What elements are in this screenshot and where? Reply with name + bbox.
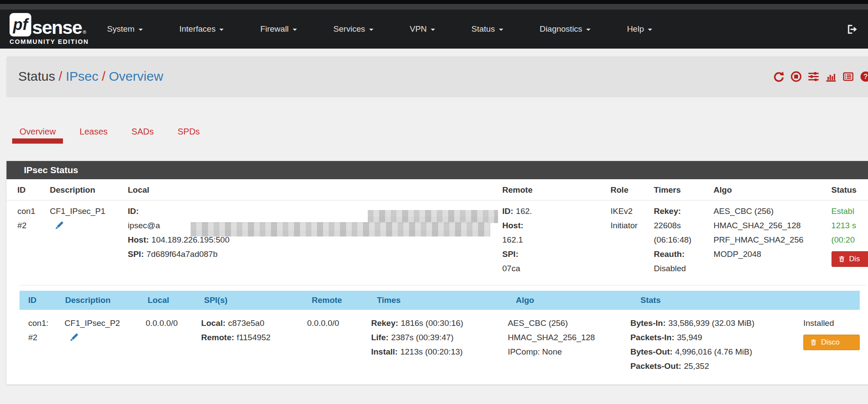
col-header-local: Local (128, 185, 502, 195)
main-navbar: pf sense ® COMMUNITY EDITION System Inte… (0, 10, 868, 49)
edit-pencil-icon[interactable] (68, 332, 79, 343)
edit-pencil-icon[interactable] (53, 220, 65, 231)
cell-algo: AES_CBC (256) HMAC_SHA2_256_128 IPComp: … (508, 316, 630, 373)
chevron-down-icon (499, 29, 503, 31)
cell-timers: Rekey: 22608s (06:16:48) Reauth: Disable… (654, 204, 714, 276)
cell-description: CF1_IPsec_P2 (65, 316, 146, 373)
breadcrumb-section: Status (18, 69, 55, 83)
window-sub-strip (0, 4, 868, 10)
panel-title: IPsec Status (7, 161, 868, 179)
chevron-down-icon (586, 29, 591, 31)
col-header-algo: Algo (713, 185, 825, 195)
trash-icon (810, 338, 817, 346)
breadcrumb-separator: / (102, 69, 105, 83)
phase2-table-row: con1: #2 CF1_IPsec_P2 0.0.0.0/0 Local:c8… (20, 310, 860, 373)
nav-item-services[interactable]: Services (315, 10, 392, 49)
breadcrumb-link-overview[interactable]: Overview (109, 69, 163, 83)
col-header-id: ID (17, 185, 50, 195)
logo-subtitle: COMMUNITY EDITION (10, 38, 89, 45)
header-action-icons: ? (773, 71, 868, 82)
nav-item-interfaces[interactable]: Interfaces (161, 10, 242, 49)
tab-leases[interactable]: Leases (79, 127, 108, 144)
pf-logo-mark: pf (10, 13, 31, 36)
col-header-local: Local (148, 296, 204, 305)
sliders-icon[interactable] (808, 71, 819, 82)
tab-sads[interactable]: SADs (132, 127, 154, 144)
nav-item-system[interactable]: System (89, 10, 161, 49)
chevron-down-icon (648, 29, 652, 31)
status-established: Establ (832, 204, 868, 218)
help-icon[interactable]: ? (860, 71, 868, 82)
tab-spds[interactable]: SPDs (178, 127, 200, 144)
nav-item-firewall[interactable]: Firewall (242, 10, 315, 49)
ipsec-status-panel: IPsec Status ID Description Local Remote… (7, 161, 868, 384)
col-header-role: Role (611, 185, 654, 195)
refresh-icon[interactable] (773, 71, 785, 82)
nav-menu: System Interfaces Firewall Services VPN … (89, 10, 670, 49)
chevron-down-icon (219, 29, 224, 31)
nav-item-vpn[interactable]: VPN (392, 10, 453, 49)
phase1-table-row: con1 #2 CF1_IPsec_P1 ID: ipsec@a Host:10… (7, 200, 868, 285)
cell-id: con1: #2 (28, 316, 65, 373)
cell-times: Rekey:1816s (00:30:16) Life:2387s (00:39… (371, 316, 508, 373)
chevron-down-icon (139, 29, 143, 31)
col-header-description: Description (65, 296, 148, 305)
chevron-down-icon (369, 29, 373, 31)
window-top-strip (0, 0, 868, 4)
sign-out-icon[interactable] (846, 23, 858, 35)
logo-wordmark: sense (32, 19, 82, 36)
cell-spis: Local:c873e5a0 Remote:f1154952 (201, 316, 307, 373)
status-installed: Installed (803, 316, 860, 330)
breadcrumb-separator: / (59, 69, 62, 83)
col-header-algo: Algo (516, 296, 640, 305)
tab-overview[interactable]: Overview (20, 127, 56, 144)
col-header-remote: Remote (502, 185, 611, 195)
bar-chart-icon[interactable] (825, 71, 837, 82)
col-header-stats: Stats (640, 296, 816, 305)
col-header-timers: Timers (654, 185, 714, 195)
cell-status: Installed Disco (803, 316, 860, 373)
disconnect-button[interactable]: Dis (832, 251, 868, 267)
page-title: Status/IPsec/Overview (18, 69, 163, 84)
col-header-remote: Remote (312, 296, 377, 305)
cell-local: 0.0.0.0/0 (145, 316, 201, 373)
cell-status: Establ 1213 s (00:20 Dis (825, 204, 868, 276)
log-list-icon[interactable] (842, 71, 854, 82)
svg-text:?: ? (864, 72, 868, 80)
trash-icon (838, 255, 845, 263)
breadcrumb: Status/IPsec/Overview ? (7, 56, 868, 96)
cell-id: con1 #2 (17, 204, 50, 276)
cell-remote: 0.0.0.0/0 (307, 316, 371, 373)
nav-item-status[interactable]: Status (453, 10, 521, 49)
col-header-spis: SPI(s) (204, 296, 312, 305)
chevron-down-icon (293, 29, 297, 31)
cell-role: IKEv2 Initiator (611, 204, 654, 276)
chevron-down-icon (431, 29, 435, 31)
registered-mark: ® (83, 30, 86, 35)
phase2-section: ID Description Local SPI(s) Remote Times… (20, 285, 866, 384)
phase1-header-row: ID Description Local Remote Role Timers … (7, 179, 868, 200)
col-header-description: Description (50, 185, 128, 195)
nav-item-diagnostics[interactable]: Diagnostics (521, 10, 609, 49)
nav-item-help[interactable]: Help (609, 10, 670, 49)
stop-circle-icon[interactable] (790, 71, 802, 82)
cell-description: CF1_IPsec_P1 (50, 204, 128, 276)
redaction-mosaic (191, 222, 490, 236)
phase2-header-row: ID Description Local SPI(s) Remote Times… (20, 291, 860, 310)
cell-stats: Bytes-In:33,586,939 (32.03 MiB) Packets-… (630, 316, 803, 373)
cell-remote: ID:162. Host: 162.1 SPI: 07ca (502, 204, 611, 276)
cell-algo: AES_CBC (256) HMAC_SHA2_256_128 PRF_HMAC… (713, 204, 825, 276)
disconnect-button[interactable]: Disco (803, 335, 860, 350)
col-header-status: Status (825, 185, 868, 195)
redaction-mosaic (368, 210, 498, 223)
col-header-id: ID (28, 296, 65, 305)
pfsense-logo[interactable]: pf sense ® COMMUNITY EDITION (10, 13, 89, 45)
breadcrumb-link-ipsec[interactable]: IPsec (66, 69, 98, 83)
cell-local: ID: ipsec@a Host:104.189.226.195:500 SPI… (128, 204, 502, 276)
ipsec-tabs: Overview Leases SADs SPDs (0, 127, 868, 144)
col-header-times: Times (377, 296, 516, 305)
